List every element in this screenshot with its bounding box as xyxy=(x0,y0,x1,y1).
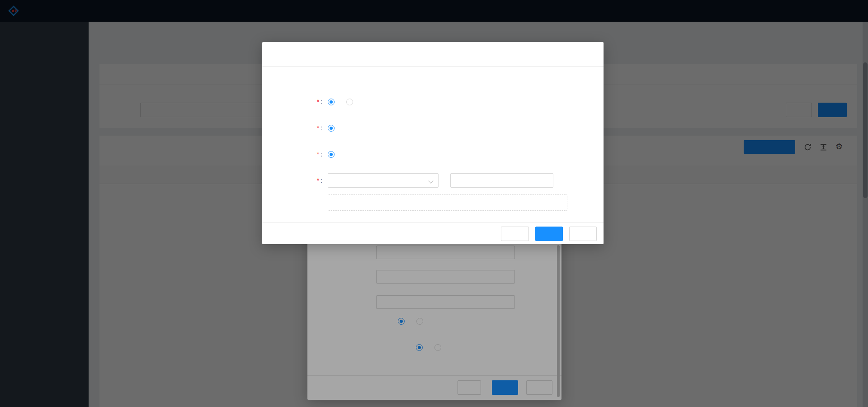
grade-junior-radio[interactable] xyxy=(346,99,353,105)
required-asterisk: * xyxy=(317,151,319,158)
scope-modal-footer-divider xyxy=(262,222,604,222)
city-label: *: xyxy=(262,147,322,161)
district-select[interactable] xyxy=(328,173,439,188)
app-root: ⚙ xyxy=(0,0,868,407)
scope-cancel-button[interactable] xyxy=(501,227,529,241)
required-asterisk: * xyxy=(317,124,319,132)
province-label: *: xyxy=(262,121,322,135)
scope-modal: *: *: *: *: xyxy=(262,42,604,244)
required-asterisk: * xyxy=(317,177,319,184)
school-select[interactable] xyxy=(450,173,553,188)
required-asterisk: * xyxy=(317,98,319,105)
add-row-button[interactable] xyxy=(328,194,567,211)
scope-modal-header-divider xyxy=(262,66,604,67)
grade-label: *: xyxy=(262,95,322,109)
scope-reset-button[interactable] xyxy=(569,227,597,241)
grade-junior-senior-radio[interactable] xyxy=(328,99,335,105)
city-radio[interactable] xyxy=(328,151,335,158)
province-radio[interactable] xyxy=(328,125,335,132)
district-label: *: xyxy=(262,173,322,188)
scope-ok-button[interactable] xyxy=(535,227,563,241)
chevron-down-icon xyxy=(428,178,433,183)
